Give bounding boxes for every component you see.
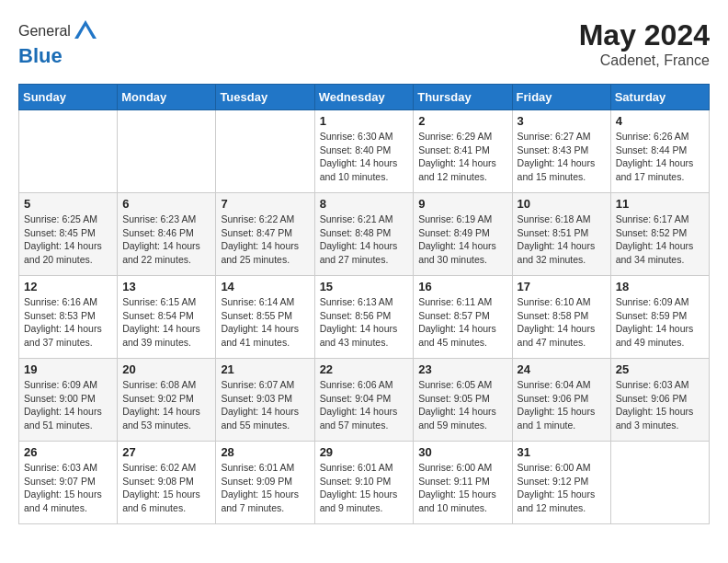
calendar-header-friday: Friday <box>512 85 610 110</box>
logo-blue-text: Blue <box>18 44 63 67</box>
day-info: Sunrise: 6:15 AM Sunset: 8:54 PM Dayligh… <box>122 295 210 350</box>
day-number: 14 <box>221 280 309 293</box>
day-info: Sunrise: 6:13 AM Sunset: 8:56 PM Dayligh… <box>320 295 409 350</box>
day-info: Sunrise: 6:05 AM Sunset: 9:05 PM Dayligh… <box>418 378 506 432</box>
day-number: 1 <box>320 114 409 128</box>
day-info: Sunrise: 6:21 AM Sunset: 8:48 PM Dayligh… <box>320 213 409 267</box>
calendar-cell: 5Sunrise: 6:25 AM Sunset: 8:45 PM Daylig… <box>19 193 118 276</box>
day-number: 30 <box>418 445 506 459</box>
day-info: Sunrise: 6:08 AM Sunset: 9:02 PM Dayligh… <box>122 378 210 432</box>
day-info: Sunrise: 6:27 AM Sunset: 8:43 PM Dayligh… <box>518 130 606 184</box>
calendar-header-saturday: Saturday <box>610 85 709 110</box>
day-info: Sunrise: 6:10 AM Sunset: 8:58 PM Dayligh… <box>518 295 606 350</box>
calendar-cell: 1Sunrise: 6:30 AM Sunset: 8:40 PM Daylig… <box>314 110 414 193</box>
day-number: 6 <box>122 197 210 211</box>
calendar-cell: 31Sunrise: 6:00 AM Sunset: 9:12 PM Dayli… <box>512 442 610 524</box>
day-number: 11 <box>616 197 704 211</box>
calendar-cell <box>216 110 314 193</box>
day-info: Sunrise: 6:30 AM Sunset: 8:40 PM Dayligh… <box>320 130 409 184</box>
day-number: 28 <box>221 445 309 459</box>
title-block: May 2024 Cadenet, France <box>579 18 710 69</box>
calendar-header-monday: Monday <box>118 85 216 110</box>
calendar-cell: 8Sunrise: 6:21 AM Sunset: 8:48 PM Daylig… <box>314 193 414 276</box>
calendar-week-row: 12Sunrise: 6:16 AM Sunset: 8:53 PM Dayli… <box>19 276 710 359</box>
day-number: 29 <box>320 445 409 459</box>
day-info: Sunrise: 6:14 AM Sunset: 8:55 PM Dayligh… <box>221 295 309 350</box>
day-info: Sunrise: 6:17 AM Sunset: 8:52 PM Dayligh… <box>616 213 704 267</box>
day-number: 18 <box>616 280 704 293</box>
day-info: Sunrise: 6:02 AM Sunset: 9:08 PM Dayligh… <box>122 461 210 515</box>
day-number: 21 <box>221 362 309 376</box>
calendar-header-sunday: Sunday <box>19 85 118 110</box>
calendar-cell <box>610 442 709 524</box>
day-info: Sunrise: 6:09 AM Sunset: 9:00 PM Dayligh… <box>24 378 112 432</box>
day-number: 8 <box>320 197 409 211</box>
day-number: 20 <box>122 362 210 376</box>
calendar-cell: 7Sunrise: 6:22 AM Sunset: 8:47 PM Daylig… <box>216 193 314 276</box>
calendar-cell: 16Sunrise: 6:11 AM Sunset: 8:57 PM Dayli… <box>414 276 512 359</box>
calendar-cell: 21Sunrise: 6:07 AM Sunset: 9:03 PM Dayli… <box>216 359 314 442</box>
calendar-cell: 17Sunrise: 6:10 AM Sunset: 8:58 PM Dayli… <box>512 276 610 359</box>
day-info: Sunrise: 6:01 AM Sunset: 9:09 PM Dayligh… <box>221 461 309 515</box>
day-info: Sunrise: 6:09 AM Sunset: 8:59 PM Dayligh… <box>616 295 704 350</box>
day-info: Sunrise: 6:06 AM Sunset: 9:04 PM Dayligh… <box>320 378 409 432</box>
calendar-cell <box>118 110 216 193</box>
calendar-header-tuesday: Tuesday <box>216 85 314 110</box>
calendar-cell: 11Sunrise: 6:17 AM Sunset: 8:52 PM Dayli… <box>610 193 709 276</box>
page-header: General Blue May 2024 Cadenet, France <box>18 18 710 69</box>
logo-general-text: General <box>18 23 71 40</box>
day-info: Sunrise: 6:23 AM Sunset: 8:46 PM Dayligh… <box>122 213 210 267</box>
calendar-cell <box>19 110 118 193</box>
calendar-cell: 29Sunrise: 6:01 AM Sunset: 9:10 PM Dayli… <box>314 442 414 524</box>
calendar-week-row: 19Sunrise: 6:09 AM Sunset: 9:00 PM Dayli… <box>19 359 710 442</box>
day-number: 24 <box>518 362 606 376</box>
day-number: 12 <box>24 280 112 293</box>
day-info: Sunrise: 6:26 AM Sunset: 8:44 PM Dayligh… <box>616 130 704 184</box>
calendar-cell: 3Sunrise: 6:27 AM Sunset: 8:43 PM Daylig… <box>512 110 610 193</box>
calendar-header-wednesday: Wednesday <box>314 85 414 110</box>
calendar-header-row: SundayMondayTuesdayWednesdayThursdayFrid… <box>19 85 710 110</box>
day-info: Sunrise: 6:03 AM Sunset: 9:07 PM Dayligh… <box>24 461 112 515</box>
calendar-cell: 25Sunrise: 6:03 AM Sunset: 9:06 PM Dayli… <box>610 359 709 442</box>
calendar-cell: 13Sunrise: 6:15 AM Sunset: 8:54 PM Dayli… <box>118 276 216 359</box>
calendar-cell: 22Sunrise: 6:06 AM Sunset: 9:04 PM Dayli… <box>314 359 414 442</box>
location: Cadenet, France <box>579 52 710 69</box>
day-number: 9 <box>418 197 506 211</box>
calendar-cell: 26Sunrise: 6:03 AM Sunset: 9:07 PM Dayli… <box>19 442 118 524</box>
day-number: 7 <box>221 197 309 211</box>
calendar-cell: 2Sunrise: 6:29 AM Sunset: 8:41 PM Daylig… <box>414 110 512 193</box>
day-number: 31 <box>518 445 606 459</box>
logo-icon <box>73 18 98 44</box>
calendar-table: SundayMondayTuesdayWednesdayThursdayFrid… <box>18 84 710 524</box>
calendar-week-row: 5Sunrise: 6:25 AM Sunset: 8:45 PM Daylig… <box>19 193 710 276</box>
calendar-cell: 14Sunrise: 6:14 AM Sunset: 8:55 PM Dayli… <box>216 276 314 359</box>
day-number: 2 <box>418 114 506 128</box>
day-number: 15 <box>320 280 409 293</box>
day-number: 13 <box>122 280 210 293</box>
day-info: Sunrise: 6:11 AM Sunset: 8:57 PM Dayligh… <box>418 295 506 350</box>
day-number: 4 <box>616 114 704 128</box>
day-info: Sunrise: 6:00 AM Sunset: 9:12 PM Dayligh… <box>518 461 606 515</box>
day-number: 19 <box>24 362 112 376</box>
month-year: May 2024 <box>579 18 710 52</box>
day-number: 27 <box>122 445 210 459</box>
calendar-cell: 4Sunrise: 6:26 AM Sunset: 8:44 PM Daylig… <box>610 110 709 193</box>
calendar-cell: 15Sunrise: 6:13 AM Sunset: 8:56 PM Dayli… <box>314 276 414 359</box>
logo: General Blue <box>18 18 98 68</box>
day-info: Sunrise: 6:29 AM Sunset: 8:41 PM Dayligh… <box>418 130 506 184</box>
day-number: 10 <box>518 197 606 211</box>
day-number: 3 <box>518 114 606 128</box>
day-info: Sunrise: 6:00 AM Sunset: 9:11 PM Dayligh… <box>418 461 506 515</box>
day-info: Sunrise: 6:18 AM Sunset: 8:51 PM Dayligh… <box>518 213 606 267</box>
day-number: 17 <box>518 280 606 293</box>
calendar-week-row: 1Sunrise: 6:30 AM Sunset: 8:40 PM Daylig… <box>19 110 710 193</box>
day-number: 16 <box>418 280 506 293</box>
calendar-cell: 10Sunrise: 6:18 AM Sunset: 8:51 PM Dayli… <box>512 193 610 276</box>
day-info: Sunrise: 6:03 AM Sunset: 9:06 PM Dayligh… <box>616 378 704 432</box>
day-number: 26 <box>24 445 112 459</box>
day-number: 25 <box>616 362 704 376</box>
calendar-cell: 19Sunrise: 6:09 AM Sunset: 9:00 PM Dayli… <box>19 359 118 442</box>
day-info: Sunrise: 6:01 AM Sunset: 9:10 PM Dayligh… <box>320 461 409 515</box>
calendar-cell: 12Sunrise: 6:16 AM Sunset: 8:53 PM Dayli… <box>19 276 118 359</box>
calendar-cell: 18Sunrise: 6:09 AM Sunset: 8:59 PM Dayli… <box>610 276 709 359</box>
